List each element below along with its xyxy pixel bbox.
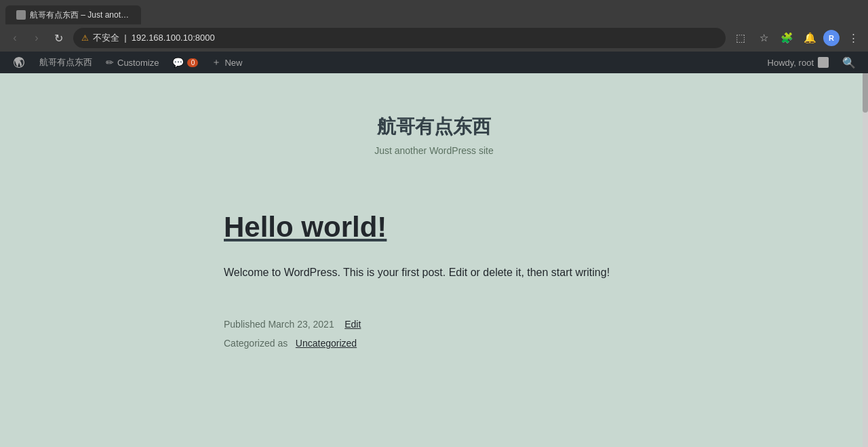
- url-text: 不安全 | 192.168.100.10:8000: [93, 32, 717, 44]
- security-label: 不安全: [93, 33, 119, 43]
- search-button[interactable]: 🔍: [835, 56, 863, 69]
- wp-site: 航哥有点东西 Just another WordPress site Hello…: [0, 73, 868, 447]
- categorized-label: Categorized as: [224, 338, 288, 349]
- tab-label: 航哥有点东西 – Just another WordPress site: [30, 9, 130, 21]
- admin-bar-comments[interactable]: 💬 0: [165, 52, 205, 73]
- wp-admin-bar: 航哥有点东西 ✏ Customize 💬 0 ＋ New Howdy, root…: [0, 52, 868, 73]
- new-label: New: [224, 58, 242, 68]
- notifications-button[interactable]: 🔔: [800, 28, 819, 47]
- published-label: Published: [224, 319, 266, 330]
- post-title: Hello world!: [224, 210, 644, 247]
- bookmark-button[interactable]: ☆: [754, 28, 773, 47]
- post-category-line: Categorized as Uncategorized: [224, 334, 644, 353]
- site-content: Hello world! Welcome to WordPress. This …: [197, 183, 671, 393]
- comments-icon: 💬: [172, 57, 184, 68]
- new-icon: ＋: [212, 56, 221, 69]
- address-bar[interactable]: ⚠ 不安全 | 192.168.100.10:8000: [73, 28, 726, 48]
- howdy-text: Howdy, root: [768, 58, 814, 68]
- admin-avatar: [818, 57, 829, 68]
- active-tab[interactable]: 航哥有点东西 – Just another WordPress site: [5, 5, 141, 24]
- post-meta: Published March 23, 2021 Edit Categorize…: [224, 315, 644, 353]
- nav-buttons: ‹ › ↻: [5, 28, 68, 47]
- admin-bar-site-name[interactable]: 航哥有点东西: [33, 52, 99, 73]
- site-title: 航哥有点东西: [377, 114, 491, 140]
- wp-logo-icon: [12, 56, 26, 69]
- scrollbar[interactable]: [863, 52, 868, 447]
- scrollbar-thumb[interactable]: [863, 72, 868, 113]
- extensions-button[interactable]: 🧩: [777, 28, 796, 47]
- admin-bar-customize[interactable]: ✏ Customize: [99, 52, 165, 73]
- wp-logo-item[interactable]: [5, 52, 33, 73]
- profile-avatar[interactable]: R: [823, 30, 840, 46]
- published-date: March 23, 2021: [268, 319, 334, 330]
- back-button[interactable]: ‹: [5, 28, 24, 47]
- forward-button[interactable]: ›: [27, 28, 46, 47]
- category-link[interactable]: Uncategorized: [296, 338, 357, 349]
- toolbar-actions: ⬚ ☆ 🧩 🔔 R ⋮: [731, 28, 863, 47]
- tab-favicon: [16, 10, 26, 20]
- customize-icon: ✏: [106, 57, 114, 68]
- site-name-label: 航哥有点东西: [39, 56, 92, 69]
- browser-toolbar: ‹ › ↻ ⚠ 不安全 | 192.168.100.10:8000 ⬚ ☆ 🧩 …: [0, 24, 868, 52]
- edit-link[interactable]: Edit: [344, 319, 361, 330]
- howdy-section[interactable]: Howdy, root: [761, 57, 835, 68]
- browser-chrome: 航哥有点东西 – Just another WordPress site ‹ ›…: [0, 0, 868, 52]
- url-value: 192.168.100.10:8000: [132, 33, 215, 43]
- post-article: Hello world! Welcome to WordPress. This …: [224, 210, 644, 353]
- site-header: 航哥有点东西 Just another WordPress site: [0, 73, 868, 183]
- menu-button[interactable]: ⋮: [844, 28, 863, 47]
- screenshot-button[interactable]: ⬚: [731, 28, 750, 47]
- comments-count: 0: [187, 58, 198, 67]
- customize-label: Customize: [117, 58, 159, 68]
- reload-button[interactable]: ↻: [49, 28, 68, 47]
- security-icon: ⚠: [81, 33, 89, 43]
- post-published-line: Published March 23, 2021 Edit: [224, 315, 644, 334]
- browser-tabs: 航哥有点东西 – Just another WordPress site: [0, 0, 868, 24]
- site-description: Just another WordPress site: [374, 145, 494, 156]
- admin-bar-right: Howdy, root 🔍: [761, 56, 863, 69]
- wordpress-logo-svg: [12, 56, 26, 69]
- admin-bar-new[interactable]: ＋ New: [205, 52, 249, 73]
- post-content: Welcome to WordPress. This is your first…: [224, 263, 644, 281]
